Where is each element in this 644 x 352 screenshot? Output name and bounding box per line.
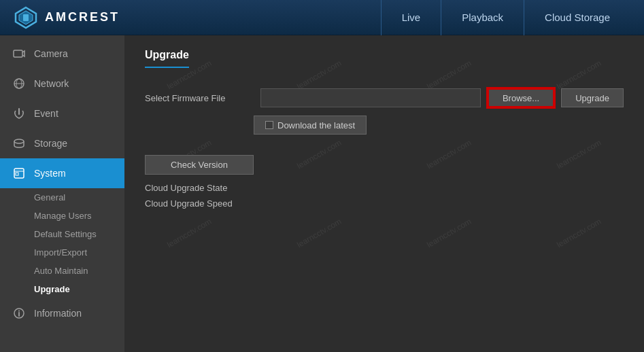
sidebar-label-network: Network [34,78,69,89]
amcrest-logo-icon [14,5,38,30]
cloud-upgrade-speed-row: Cloud Upgrade Speed [145,198,624,209]
content-area: learncctv.com learncctv.com learncctv.co… [124,35,644,352]
sidebar-sub-general[interactable]: General [0,188,124,207]
content-inner: Upgrade Select Firmware File Browse... U… [124,35,644,228]
download-checkbox[interactable] [265,121,273,129]
header: AMCREST Live Playback Cloud Storage [0,0,644,35]
sidebar-item-network[interactable]: Network [0,69,124,99]
svg-rect-2 [23,14,29,21]
sidebar-label-system: System [34,168,66,179]
sidebar-label-storage: Storage [34,138,67,149]
cloud-upgrade-state-label: Cloud Upgrade State [145,183,227,193]
storage-icon [12,137,26,150]
form-section: Select Firmware File Browse... Upgrade D… [145,88,624,209]
event-icon [12,107,26,120]
sidebar-label-event: Event [34,108,58,119]
nav-live[interactable]: Live [381,0,441,35]
nav-playback[interactable]: Playback [441,0,524,35]
firmware-input[interactable] [260,88,481,107]
cloud-upgrade-state-row: Cloud Upgrade State [145,183,624,193]
svg-point-7 [14,139,24,143]
sidebar-item-system[interactable]: System [0,158,124,188]
sidebar-item-event[interactable]: Event [0,99,124,128]
logo-area: AMCREST [14,5,381,30]
sidebar-item-storage[interactable]: Storage [0,128,124,158]
sidebar-sub-manage-users[interactable]: Manage Users [0,207,124,225]
nav-items: Live Playback Cloud Storage [381,0,630,35]
check-version-button[interactable]: Check Version [145,155,254,175]
sidebar-sub-default-settings[interactable]: Default Settings [0,225,124,243]
system-icon [12,166,26,180]
camera-icon [12,47,26,60]
sidebar-label-camera: Camera [34,48,68,59]
sidebar-item-information[interactable]: Information [0,298,124,328]
download-label: Download the latest [277,120,355,130]
sidebar-sub-import-export[interactable]: Import/Export [0,243,124,262]
logo-text: AMCREST [45,10,120,24]
svg-rect-3 [14,50,22,57]
browse-button[interactable]: Browse... [488,88,554,107]
nav-cloud-storage[interactable]: Cloud Storage [524,0,630,35]
sidebar-item-camera[interactable]: Camera [0,39,124,69]
upgrade-button[interactable]: Upgrade [561,88,624,107]
sidebar-sub-auto-maintain[interactable]: Auto Maintain [0,262,124,280]
firmware-row: Select Firmware File Browse... Upgrade [145,88,624,107]
svg-rect-10 [16,173,18,175]
svg-point-13 [18,311,20,312]
download-latest-button[interactable]: Download the latest [254,116,367,135]
network-icon [12,77,26,90]
page-title: Upgrade [145,49,189,68]
sidebar-sub-upgrade[interactable]: Upgrade [0,280,124,298]
cloud-upgrade-speed-label: Cloud Upgrade Speed [145,198,233,209]
main-layout: Camera Network Event [0,35,644,352]
info-icon [12,306,26,320]
sidebar: Camera Network Event [0,35,124,352]
firmware-label: Select Firmware File [145,93,254,103]
sidebar-label-information: Information [34,308,82,319]
